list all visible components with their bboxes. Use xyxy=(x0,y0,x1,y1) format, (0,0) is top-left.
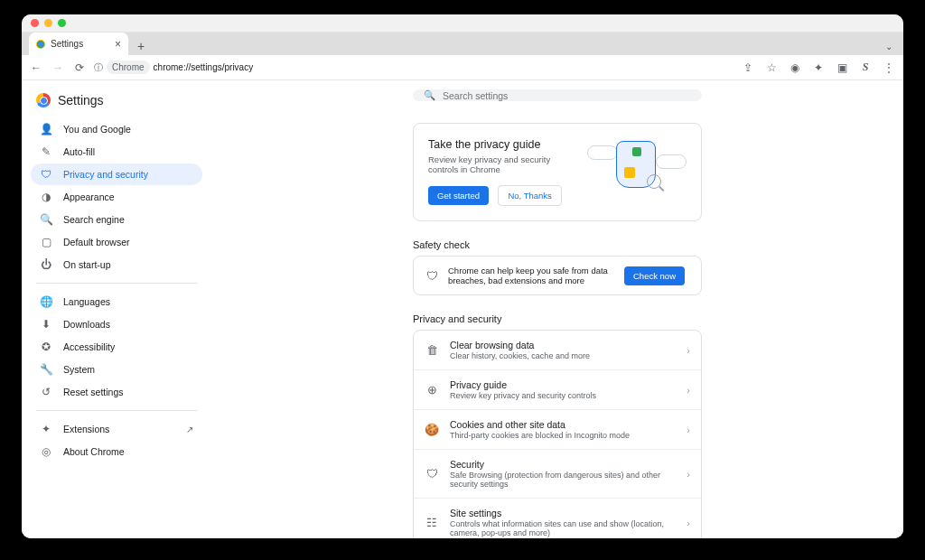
tab-strip: Settings × + ⌄ xyxy=(22,33,903,55)
shield-icon: 🛡 xyxy=(40,168,52,181)
privacy-security-heading: Privacy and security xyxy=(413,313,702,324)
settings-sidebar: Settings 👤 You and Google ✎ Auto-fill 🛡 … xyxy=(22,80,211,538)
notifications-icon[interactable]: ◉ xyxy=(788,61,802,74)
sidebar-item-label: Search engine xyxy=(63,214,125,225)
row-site-settings[interactable]: ☷ Site settings Controls what informatio… xyxy=(414,498,701,538)
sidebar-item-about[interactable]: ◎ About Chrome xyxy=(31,441,202,462)
settings-search[interactable]: 🔍 xyxy=(413,89,702,101)
sidebar-item-label: On start-up xyxy=(63,259,111,270)
sidebar-item-extensions[interactable]: ✦ Extensions ↗ xyxy=(31,418,202,440)
sidebar-item-label: System xyxy=(63,364,95,375)
privacy-guide-illustration xyxy=(587,138,687,192)
extensions-toolbar-icon[interactable]: ✦ xyxy=(811,61,826,74)
get-started-button[interactable]: Get started xyxy=(428,186,489,205)
about-icon: ◎ xyxy=(40,445,52,458)
sidebar-item-reset[interactable]: ↺ Reset settings xyxy=(31,381,202,403)
browser-toolbar: ← → ⟳ ⓘ Chrome chrome://settings/privacy… xyxy=(22,55,903,80)
sidebar-item-default-browser[interactable]: ▢ Default browser xyxy=(31,231,202,253)
cookie-icon: 🍪 xyxy=(425,423,439,436)
tune-icon: ☷ xyxy=(425,516,439,529)
sidebar-item-label: Appearance xyxy=(63,191,115,202)
address-origin: Chrome xyxy=(107,61,150,74)
privacy-guide-title: Take the privacy guide xyxy=(428,138,578,151)
sidebar-item-label: Downloads xyxy=(63,319,110,330)
row-sub: Review key privacy and security controls xyxy=(450,391,676,400)
window-controls xyxy=(31,19,66,27)
shield-check-icon: 🛡 xyxy=(425,269,439,283)
privacy-security-list: 🗑 Clear browsing data Clear history, coo… xyxy=(413,330,702,538)
close-window-button[interactable] xyxy=(31,19,39,27)
sidebar-item-privacy-security[interactable]: 🛡 Privacy and security xyxy=(31,163,202,185)
row-security[interactable]: 🛡 Security Safe Browsing (protection fro… xyxy=(414,449,701,498)
autofill-icon: ✎ xyxy=(40,145,52,158)
download-icon: ⬇ xyxy=(40,318,52,331)
close-tab-icon[interactable]: × xyxy=(115,38,121,51)
sidebar-item-label: Auto-fill xyxy=(63,146,95,157)
sidebar-divider xyxy=(36,283,197,284)
sidebar-item-languages[interactable]: 🌐 Languages xyxy=(31,291,202,313)
sidebar-item-label: Languages xyxy=(63,296,110,307)
bookmark-icon[interactable]: ☆ xyxy=(764,61,779,74)
guide-icon: ⊕ xyxy=(425,383,439,397)
chevron-right-icon: › xyxy=(687,385,690,396)
privacy-guide-card: Take the privacy guide Review key privac… xyxy=(413,123,702,221)
toolbar-right: ⇪ ☆ ◉ ✦ ▣ S ⋮ xyxy=(741,61,896,74)
share-icon[interactable]: ⇪ xyxy=(741,61,755,74)
search-icon: 🔍 xyxy=(424,89,435,101)
address-bar[interactable]: ⓘ Chrome chrome://settings/privacy xyxy=(94,61,253,74)
search-input[interactable] xyxy=(443,90,691,101)
menu-icon[interactable]: ⋮ xyxy=(882,61,896,74)
tab-favicon-icon xyxy=(36,40,45,49)
tab-title: Settings xyxy=(51,39,83,49)
row-title: Security xyxy=(450,459,676,470)
sidebar-item-you-and-google[interactable]: 👤 You and Google xyxy=(31,118,202,140)
chrome-logo-icon xyxy=(36,93,51,107)
sidebar-item-downloads[interactable]: ⬇ Downloads xyxy=(31,313,202,335)
sidebar-item-label: About Chrome xyxy=(63,446,125,457)
browser-window: Settings × + ⌄ ← → ⟳ ⓘ Chrome chrome://s… xyxy=(22,14,903,538)
sidebar-item-label: Extensions xyxy=(63,424,109,434)
row-title: Cookies and other site data xyxy=(450,419,676,430)
no-thanks-button[interactable]: No, Thanks xyxy=(498,185,561,206)
browser-tab-settings[interactable]: Settings × xyxy=(29,33,128,55)
row-sub: Safe Browsing (protection from dangerous… xyxy=(450,471,676,489)
row-title: Privacy guide xyxy=(450,379,676,390)
maximize-window-button[interactable] xyxy=(58,19,66,27)
person-icon: 👤 xyxy=(40,123,52,135)
sidebar-item-appearance[interactable]: ◑ Appearance xyxy=(31,186,202,208)
safety-text: Chrome can help keep you safe from data … xyxy=(448,266,615,285)
app-header: Settings xyxy=(31,91,202,118)
appearance-icon: ◑ xyxy=(40,191,52,203)
forward-button[interactable]: → xyxy=(51,61,65,74)
row-privacy-guide[interactable]: ⊕ Privacy guide Review key privacy and s… xyxy=(414,369,701,409)
row-sub: Third-party cookies are blocked in Incog… xyxy=(450,431,676,440)
reload-button[interactable]: ⟳ xyxy=(72,61,87,74)
sidebar-item-startup[interactable]: ⏻ On start-up xyxy=(31,254,202,275)
shield-icon: 🛡 xyxy=(425,467,439,481)
browser-icon: ▢ xyxy=(40,236,52,248)
row-clear-browsing-data[interactable]: 🗑 Clear browsing data Clear history, coo… xyxy=(414,331,701,369)
minimize-window-button[interactable] xyxy=(44,19,52,27)
row-sub: Controls what information sites can use … xyxy=(450,519,676,537)
chevron-right-icon: › xyxy=(687,345,690,356)
new-tab-button[interactable]: + xyxy=(132,37,150,55)
sidebar-item-search-engine[interactable]: 🔍 Search engine xyxy=(31,209,202,230)
search-icon: 🔍 xyxy=(40,213,52,226)
check-now-button[interactable]: Check now xyxy=(624,266,685,285)
accessibility-icon: ✪ xyxy=(40,341,52,353)
chevron-right-icon: › xyxy=(687,518,690,528)
sidebar-item-label: Reset settings xyxy=(63,387,124,397)
extension-icon: ✦ xyxy=(40,423,52,435)
sidebar-item-accessibility[interactable]: ✪ Accessibility xyxy=(31,336,202,358)
sidepanel-icon[interactable]: ▣ xyxy=(835,61,849,74)
row-title: Clear browsing data xyxy=(450,340,676,350)
profile-icon[interactable]: S xyxy=(858,61,873,74)
sidebar-item-label: You and Google xyxy=(63,124,131,135)
chevron-right-icon: › xyxy=(687,425,690,435)
sidebar-item-autofill[interactable]: ✎ Auto-fill xyxy=(31,141,202,163)
back-button[interactable]: ← xyxy=(29,61,43,74)
site-info-icon[interactable]: ⓘ xyxy=(94,61,103,74)
tabstrip-expand-icon[interactable]: ⌄ xyxy=(882,38,896,55)
row-cookies[interactable]: 🍪 Cookies and other site data Third-part… xyxy=(414,409,701,449)
sidebar-item-system[interactable]: 🔧 System xyxy=(31,359,202,380)
